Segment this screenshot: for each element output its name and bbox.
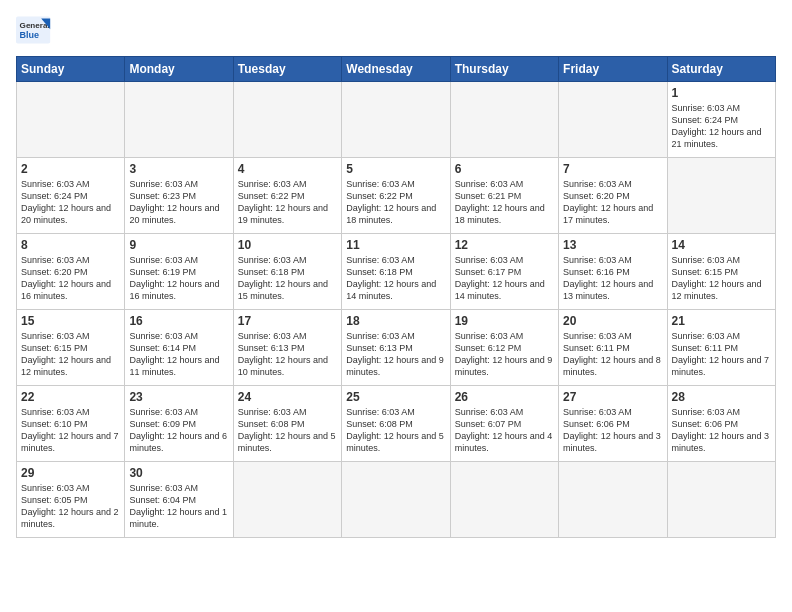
empty-cell	[233, 462, 341, 538]
calendar-day: 7Sunrise: 6:03 AMSunset: 6:20 PMDaylight…	[559, 158, 667, 234]
logo-icon: General Blue	[16, 16, 52, 46]
calendar-day: 29Sunrise: 6:03 AMSunset: 6:05 PMDayligh…	[17, 462, 125, 538]
calendar-day: 14Sunrise: 6:03 AMSunset: 6:15 PMDayligh…	[667, 234, 775, 310]
calendar-day: 21Sunrise: 6:03 AMSunset: 6:11 PMDayligh…	[667, 310, 775, 386]
calendar-week: 1Sunrise: 6:03 AMSunset: 6:24 PMDaylight…	[17, 82, 776, 158]
calendar-day: 22Sunrise: 6:03 AMSunset: 6:10 PMDayligh…	[17, 386, 125, 462]
calendar-week: 2Sunrise: 6:03 AMSunset: 6:24 PMDaylight…	[17, 158, 776, 234]
day-header: Thursday	[450, 57, 558, 82]
calendar-day: 6Sunrise: 6:03 AMSunset: 6:21 PMDaylight…	[450, 158, 558, 234]
calendar-week: 22Sunrise: 6:03 AMSunset: 6:10 PMDayligh…	[17, 386, 776, 462]
svg-text:Blue: Blue	[20, 30, 40, 40]
calendar-day: 18Sunrise: 6:03 AMSunset: 6:13 PMDayligh…	[342, 310, 450, 386]
calendar-day: 19Sunrise: 6:03 AMSunset: 6:12 PMDayligh…	[450, 310, 558, 386]
calendar-day: 16Sunrise: 6:03 AMSunset: 6:14 PMDayligh…	[125, 310, 233, 386]
calendar-day: 23Sunrise: 6:03 AMSunset: 6:09 PMDayligh…	[125, 386, 233, 462]
calendar-day: 25Sunrise: 6:03 AMSunset: 6:08 PMDayligh…	[342, 386, 450, 462]
empty-cell	[667, 158, 775, 234]
calendar-day: 3Sunrise: 6:03 AMSunset: 6:23 PMDaylight…	[125, 158, 233, 234]
day-header: Saturday	[667, 57, 775, 82]
calendar-day: 5Sunrise: 6:03 AMSunset: 6:22 PMDaylight…	[342, 158, 450, 234]
day-header: Monday	[125, 57, 233, 82]
calendar-day: 11Sunrise: 6:03 AMSunset: 6:18 PMDayligh…	[342, 234, 450, 310]
empty-cell	[559, 82, 667, 158]
calendar-day: 10Sunrise: 6:03 AMSunset: 6:18 PMDayligh…	[233, 234, 341, 310]
day-header: Friday	[559, 57, 667, 82]
calendar-week: 29Sunrise: 6:03 AMSunset: 6:05 PMDayligh…	[17, 462, 776, 538]
empty-cell	[17, 82, 125, 158]
calendar-day: 17Sunrise: 6:03 AMSunset: 6:13 PMDayligh…	[233, 310, 341, 386]
empty-cell	[450, 82, 558, 158]
day-header: Tuesday	[233, 57, 341, 82]
calendar-day: 20Sunrise: 6:03 AMSunset: 6:11 PMDayligh…	[559, 310, 667, 386]
calendar-day: 15Sunrise: 6:03 AMSunset: 6:15 PMDayligh…	[17, 310, 125, 386]
calendar-day: 9Sunrise: 6:03 AMSunset: 6:19 PMDaylight…	[125, 234, 233, 310]
calendar-day: 24Sunrise: 6:03 AMSunset: 6:08 PMDayligh…	[233, 386, 341, 462]
empty-cell	[667, 462, 775, 538]
calendar-day: 1Sunrise: 6:03 AMSunset: 6:24 PMDaylight…	[667, 82, 775, 158]
calendar-day: 2Sunrise: 6:03 AMSunset: 6:24 PMDaylight…	[17, 158, 125, 234]
header-row: SundayMondayTuesdayWednesdayThursdayFrid…	[17, 57, 776, 82]
logo: General Blue	[16, 16, 52, 46]
empty-cell	[450, 462, 558, 538]
empty-cell	[125, 82, 233, 158]
calendar-day: 4Sunrise: 6:03 AMSunset: 6:22 PMDaylight…	[233, 158, 341, 234]
day-header: Sunday	[17, 57, 125, 82]
header: General Blue	[16, 16, 776, 46]
calendar-container: General Blue SundayMondayTuesdayWednesda…	[0, 0, 792, 546]
empty-cell	[559, 462, 667, 538]
calendar-day: 30Sunrise: 6:03 AMSunset: 6:04 PMDayligh…	[125, 462, 233, 538]
calendar-day: 8Sunrise: 6:03 AMSunset: 6:20 PMDaylight…	[17, 234, 125, 310]
day-header: Wednesday	[342, 57, 450, 82]
calendar-day: 13Sunrise: 6:03 AMSunset: 6:16 PMDayligh…	[559, 234, 667, 310]
empty-cell	[233, 82, 341, 158]
calendar-day: 26Sunrise: 6:03 AMSunset: 6:07 PMDayligh…	[450, 386, 558, 462]
empty-cell	[342, 82, 450, 158]
calendar-day: 28Sunrise: 6:03 AMSunset: 6:06 PMDayligh…	[667, 386, 775, 462]
calendar-day: 27Sunrise: 6:03 AMSunset: 6:06 PMDayligh…	[559, 386, 667, 462]
calendar-week: 8Sunrise: 6:03 AMSunset: 6:20 PMDaylight…	[17, 234, 776, 310]
empty-cell	[342, 462, 450, 538]
calendar-table: SundayMondayTuesdayWednesdayThursdayFrid…	[16, 56, 776, 538]
calendar-week: 15Sunrise: 6:03 AMSunset: 6:15 PMDayligh…	[17, 310, 776, 386]
calendar-day: 12Sunrise: 6:03 AMSunset: 6:17 PMDayligh…	[450, 234, 558, 310]
